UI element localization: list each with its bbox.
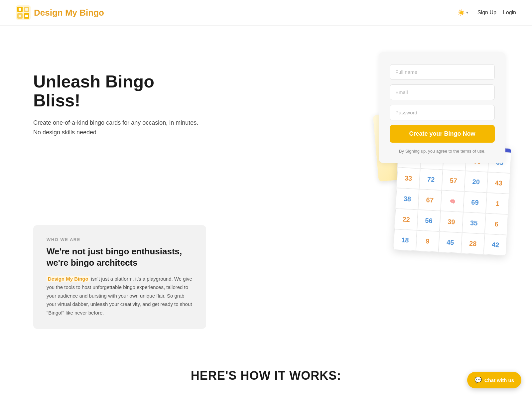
navbar-actions: ☀️ ▾ Sign Up Login bbox=[455, 8, 516, 18]
bingo-cell: 6 bbox=[485, 213, 508, 235]
bingo-cell: 9 bbox=[416, 230, 440, 252]
chevron-down-icon: ▾ bbox=[466, 10, 468, 15]
bingo-cell: 39 bbox=[440, 211, 463, 232]
email-input[interactable] bbox=[390, 84, 495, 100]
password-input[interactable] bbox=[390, 105, 495, 120]
hero-content: Unleash Bingo Bliss! Create one-of-a-kin… bbox=[33, 52, 206, 137]
bingo-cell: 56 bbox=[417, 210, 441, 231]
brand-logo[interactable]: Design My Bingo bbox=[16, 5, 104, 20]
logo-icon bbox=[16, 5, 31, 20]
bingo-cell: 42 bbox=[483, 234, 507, 255]
fullname-input[interactable] bbox=[390, 64, 495, 80]
bingo-cell: 33 bbox=[397, 167, 420, 189]
bingo-cell: 69 bbox=[463, 192, 487, 213]
chat-icon: 💬 bbox=[474, 376, 482, 384]
brand-name: Design My Bingo bbox=[34, 8, 104, 18]
sun-icon: ☀️ bbox=[458, 9, 465, 16]
svg-rect-6 bbox=[25, 8, 28, 11]
chat-button[interactable]: 💬 Chat with us bbox=[467, 372, 521, 388]
chat-label: Chat with us bbox=[484, 377, 514, 383]
how-it-works-section: HERE'S HOW IT WORKS: bbox=[0, 349, 532, 396]
signup-nav-button[interactable]: Sign Up bbox=[477, 10, 496, 16]
bingo-cell: 57 bbox=[442, 170, 465, 191]
bingo-cell: 35 bbox=[462, 212, 486, 234]
bingo-cell: 20 bbox=[464, 171, 488, 193]
login-nav-button[interactable]: Login bbox=[503, 10, 516, 16]
svg-rect-7 bbox=[19, 15, 21, 17]
bingo-cell: 67 bbox=[418, 189, 442, 211]
bingo-cell: 1 bbox=[486, 193, 509, 214]
bingo-cell: 43 bbox=[487, 172, 510, 194]
bingo-cell: 28 bbox=[461, 233, 485, 254]
who-label: WHO WE ARE bbox=[47, 237, 193, 242]
hero-section: Unleash Bingo Bliss! Create one-of-a-kin… bbox=[0, 26, 532, 212]
bingo-cell: 38 bbox=[395, 188, 419, 209]
hero-title: Unleash Bingo Bliss! bbox=[33, 72, 206, 110]
theme-toggle-button[interactable]: ☀️ ▾ bbox=[455, 8, 471, 18]
who-body: Design My Bingo isn't just a platform, i… bbox=[47, 275, 193, 317]
bingo-free-cell: 🧠 bbox=[441, 190, 464, 212]
who-title: We're not just bingo enthusiasts, we're … bbox=[47, 246, 193, 269]
signup-card: Create your Bingo Now By Signing up, you… bbox=[379, 52, 505, 163]
brand-highlight: Design My Bingo bbox=[47, 276, 90, 282]
bingo-cell: 72 bbox=[419, 169, 443, 190]
hero-subtitle: Create one-of-a-kind bingo cards for any… bbox=[33, 118, 206, 137]
bingo-cell: 22 bbox=[394, 208, 418, 230]
bingo-grid: 74 73 11 63 65 33 72 57 20 43 38 67 🧠 69… bbox=[393, 147, 511, 255]
how-it-works-title: HERE'S HOW IT WORKS: bbox=[33, 369, 499, 383]
terms-text: By Signing up, you agree to the terms of… bbox=[390, 149, 495, 154]
bingo-cell: 45 bbox=[439, 231, 462, 253]
navbar: Design My Bingo ☀️ ▾ Sign Up Login bbox=[0, 0, 532, 26]
svg-rect-5 bbox=[19, 8, 21, 11]
who-we-are-card: WHO WE ARE We're not just bingo enthusia… bbox=[33, 225, 206, 329]
create-bingo-button[interactable]: Create your Bingo Now bbox=[390, 125, 495, 143]
bingo-cell: 18 bbox=[393, 229, 417, 251]
svg-rect-8 bbox=[25, 15, 28, 17]
